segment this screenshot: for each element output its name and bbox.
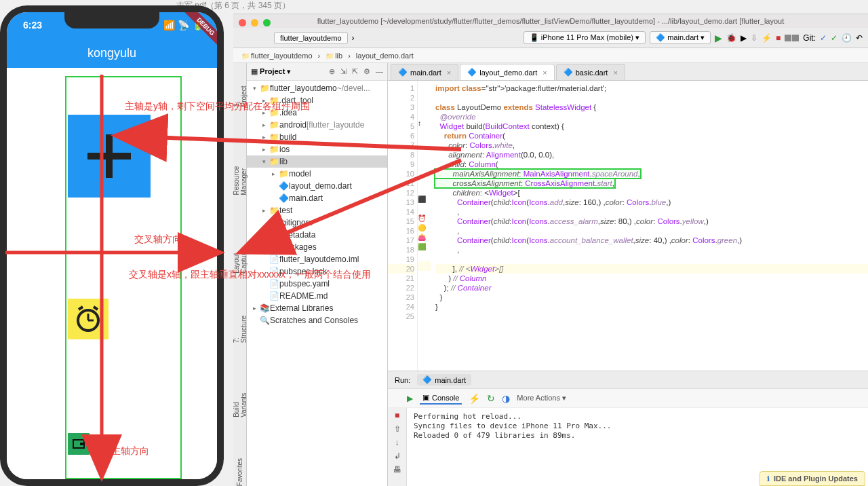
more-actions-dropdown[interactable]: More Actions ▾ — [517, 394, 566, 403]
hot-reload-button[interactable]: ⚡ — [762, 33, 772, 43]
editor-tab[interactable]: 🔷basic.dart× — [556, 64, 625, 80]
git-update-icon[interactable]: ✓ — [820, 33, 827, 43]
blue-container — [68, 115, 151, 198]
close-tab-icon[interactable]: × — [613, 69, 617, 77]
iphone-simulator: DEBUG 6:23 📶 📡 🔋 kongyulu — [0, 5, 224, 486]
project-panel-header: ▦ Project ▾ ⊕ ⇲ ⇱ ⚙ — — [247, 63, 387, 81]
run-button[interactable]: ▶ — [715, 33, 722, 43]
tool-window-tab[interactable]: 7: Structure — [233, 314, 248, 343]
tree-item[interactable]: ▸📚External Libraries — [247, 302, 387, 314]
hide-icon[interactable]: — — [376, 67, 383, 76]
breadcrumb-item[interactable]: lib — [323, 51, 345, 60]
breadcrumb-item[interactable]: flutter_layoutdemo — [239, 51, 315, 60]
project-tree[interactable]: ▾📁flutter_layoutdemo ~/devel...▸📁.dart_t… — [247, 81, 387, 486]
tree-item[interactable]: 📄.metadata — [247, 229, 387, 241]
editor-area: 🔷main.dart×🔷layout_demo.dart×🔷basic.dart… — [388, 63, 868, 486]
tree-item[interactable]: 🔷layout_demo.dart — [247, 180, 387, 192]
svg-line-5 — [79, 307, 83, 310]
dart-file-icon: 🔷 — [564, 68, 573, 77]
window-title: flutter_layoutdemo [~/development/study/… — [233, 14, 868, 28]
svg-line-6 — [94, 307, 98, 310]
project-view-dropdown[interactable]: ▦ Project ▾ — [251, 67, 291, 76]
soft-wrap-icon[interactable]: ↲ — [394, 451, 401, 461]
window-traffic-lights[interactable] — [239, 19, 271, 26]
code-editor[interactable]: import class="str">'package:flutter/mate… — [431, 81, 868, 371]
ide-update-notice[interactable]: ℹ IDE and Plugin Updates — [760, 471, 865, 486]
print-icon[interactable]: 🖶 — [393, 465, 401, 474]
green-container — [68, 433, 90, 455]
git-history-icon[interactable]: 🕘 — [842, 33, 852, 43]
layout-bounds-icon[interactable] — [785, 35, 799, 41]
tree-item[interactable]: 📄flutter_layoutdemo.iml — [247, 253, 387, 265]
minimize-window-icon[interactable] — [251, 19, 258, 26]
stop-icon[interactable]: ■ — [395, 411, 399, 420]
run-side-toolbar: ■ ⇧ ↓ ↲ 🖶 — [388, 408, 407, 486]
tree-item[interactable]: ▸📁build — [247, 131, 387, 143]
tree-item[interactable]: 📄.gitignore — [247, 217, 387, 229]
annotation-main-axis-desc: 主轴是y轴，剩下空间平均分配在各组件周围 — [125, 100, 310, 113]
device-selector[interactable]: 📱 iPhone 11 Pro Max (mobile) ▾ — [524, 31, 646, 44]
add-icon — [82, 129, 136, 183]
annotation-main-axis-label: 主轴方向 — [111, 445, 149, 457]
scroll-icon[interactable]: ↓ — [395, 438, 399, 447]
project-name-crumb[interactable]: flutter_layoutdemo — [274, 32, 348, 44]
app-bar-title: kongyulu — [7, 38, 217, 68]
annotation-cross-axis-desc: 交叉轴是x轴，跟主轴垂直相对xxxxxx，一般两个结合使用 — [129, 269, 371, 281]
signal-icon: 📶 — [163, 20, 175, 31]
svg-rect-8 — [80, 443, 84, 445]
rerun-button[interactable]: ▶ — [407, 394, 413, 403]
phone-icon: 📱 — [530, 33, 539, 41]
tree-item[interactable]: ▸📁android [flutter_layoutde — [247, 119, 387, 131]
tool-window-tab[interactable]: Layout Capture — [233, 236, 248, 274]
expand-all-icon[interactable]: ⇲ — [340, 67, 347, 76]
tree-item[interactable]: 🔍Scratches and Consoles — [247, 314, 387, 326]
chevron-right-icon: › — [352, 33, 355, 43]
pin-icon[interactable]: ⇧ — [394, 424, 401, 434]
svg-rect-1 — [87, 153, 131, 160]
tool-window-tab[interactable]: Build Variants — [233, 384, 248, 417]
profile-button[interactable]: ▶ — [741, 33, 747, 43]
stop-button[interactable]: ■ — [776, 33, 781, 43]
zoom-window-icon[interactable] — [263, 19, 271, 26]
hot-reload-icon[interactable]: ⚡ — [469, 393, 480, 404]
tree-item[interactable]: ▸📁test — [247, 204, 387, 217]
git-label: Git: — [803, 33, 816, 43]
console-tab[interactable]: ▣ Console — [420, 392, 462, 405]
devtools-icon[interactable]: ◑ — [502, 393, 510, 404]
tool-window-tab[interactable]: Favorites — [236, 458, 243, 486]
run-label: Run: — [395, 376, 410, 384]
close-tab-icon[interactable]: × — [447, 69, 451, 77]
navigation-bar[interactable]: flutter_layoutdemo›lib›layout_demo.dart — [233, 48, 868, 63]
dart-file-icon: 🔷 — [467, 68, 477, 77]
run-config-tab[interactable]: 🔷 main.dart — [417, 374, 471, 386]
close-window-icon[interactable] — [239, 19, 246, 26]
hot-restart-icon[interactable]: ↻ — [487, 393, 495, 404]
select-opened-file-icon[interactable]: ⊕ — [329, 67, 335, 76]
git-rollback-icon[interactable]: ↶ — [856, 33, 863, 43]
tree-item[interactable]: 🔷main.dart — [247, 192, 387, 204]
tree-item[interactable]: 📄.packages — [247, 241, 387, 253]
status-time: 6:23 — [23, 20, 42, 31]
tree-item[interactable]: 📄README.md — [247, 290, 387, 302]
phone-notch — [64, 12, 159, 29]
debug-button[interactable]: 🐞 — [726, 33, 736, 43]
tree-item[interactable]: ▸📁ios — [247, 143, 387, 155]
tree-item[interactable]: ▸📁model — [247, 168, 387, 180]
tool-window-tab[interactable]: Resource Manager — [233, 148, 248, 195]
run-tool-window: Run: 🔷 main.dart ▶ ▣ Console ⚡ ↻ ◑ More … — [388, 371, 868, 486]
tree-item[interactable]: ▾📁flutter_layoutdemo ~/devel... — [247, 82, 387, 94]
editor-tab[interactable]: 🔷layout_demo.dart× — [460, 64, 554, 80]
attach-button[interactable]: ⇩ — [751, 33, 757, 43]
git-commit-icon[interactable]: ✓ — [831, 33, 837, 43]
editor-tab[interactable]: 🔷main.dart× — [391, 64, 458, 80]
toolbar: flutter_layoutdemo › 📱 iPhone 11 Pro Max… — [233, 28, 868, 48]
wallet-icon — [71, 436, 86, 451]
alarm-icon — [73, 304, 103, 334]
tree-item[interactable]: ▾📁lib — [247, 155, 387, 168]
breadcrumb-item[interactable]: layout_demo.dart — [353, 51, 416, 60]
info-icon: ℹ — [767, 474, 770, 483]
run-config-selector[interactable]: 🔷 main.dart ▾ — [650, 31, 711, 44]
collapse-all-icon[interactable]: ⇱ — [352, 67, 358, 76]
close-tab-icon[interactable]: × — [542, 69, 547, 77]
settings-icon[interactable]: ⚙ — [363, 67, 370, 76]
